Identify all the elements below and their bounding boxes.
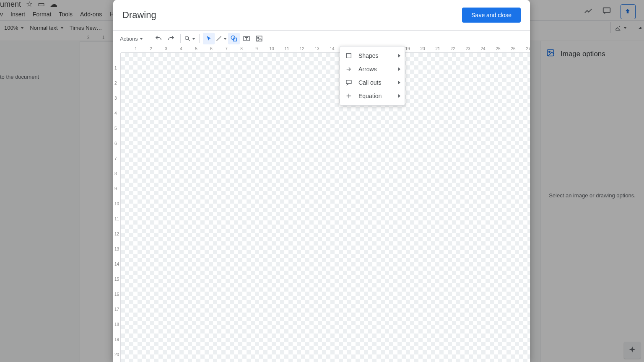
svg-point-8: [257, 37, 259, 39]
shape-menu-shapes[interactable]: Shapes: [340, 49, 405, 62]
horizontal-ruler: 1 2 3 4 5 6 7 8 9 10 11 12 13 14 15 16 1…: [121, 46, 530, 53]
save-and-close-button[interactable]: Save and close: [462, 8, 521, 23]
submenu-arrow-icon: [398, 81, 400, 84]
actions-menu[interactable]: Actions: [119, 33, 145, 44]
callouts-icon: [345, 79, 353, 86]
submenu-arrow-icon: [398, 94, 400, 98]
shape-menu: Shapes Arrows Call outs Equation: [340, 46, 405, 106]
textbox-tool[interactable]: [241, 33, 252, 44]
shape-tool[interactable]: [228, 33, 240, 44]
equation-icon: [345, 92, 353, 100]
drawing-canvas[interactable]: [121, 53, 530, 362]
redo-button[interactable]: [165, 33, 177, 44]
undo-button[interactable]: [153, 33, 164, 44]
drawing-dialog: Drawing Save and close Actions: [113, 0, 530, 362]
submenu-arrow-icon: [398, 67, 400, 71]
shape-menu-label: Arrows: [358, 66, 377, 72]
select-tool[interactable]: [203, 33, 215, 44]
shape-menu-arrows[interactable]: Arrows: [340, 62, 405, 76]
arrows-icon: [345, 65, 353, 73]
drawing-canvas-area: 1 2 3 4 5 6 7 8 9 10 11 12 13 14 15 16 1…: [113, 46, 530, 362]
dialog-title: Drawing: [122, 10, 156, 21]
zoom-tool[interactable]: [184, 33, 196, 44]
vertical-ruler: 1 2 3 4 5 6 7 8 9 10 11 12 13 14 15 16 1…: [113, 53, 121, 362]
shape-menu-label: Call outs: [358, 79, 381, 86]
svg-rect-7: [256, 36, 262, 41]
image-tool[interactable]: [253, 33, 265, 44]
svg-rect-10: [346, 80, 351, 84]
drawing-toolbar: Actions: [113, 31, 530, 47]
shapes-icon: [345, 52, 353, 59]
shape-menu-callouts[interactable]: Call outs: [340, 76, 405, 89]
svg-point-3: [185, 36, 189, 40]
line-tool[interactable]: [216, 33, 227, 44]
shape-menu-label: Shapes: [358, 52, 378, 59]
shape-menu-equation[interactable]: Equation: [340, 89, 405, 103]
submenu-arrow-icon: [398, 54, 400, 57]
shape-menu-label: Equation: [358, 93, 382, 99]
svg-rect-9: [347, 54, 351, 58]
